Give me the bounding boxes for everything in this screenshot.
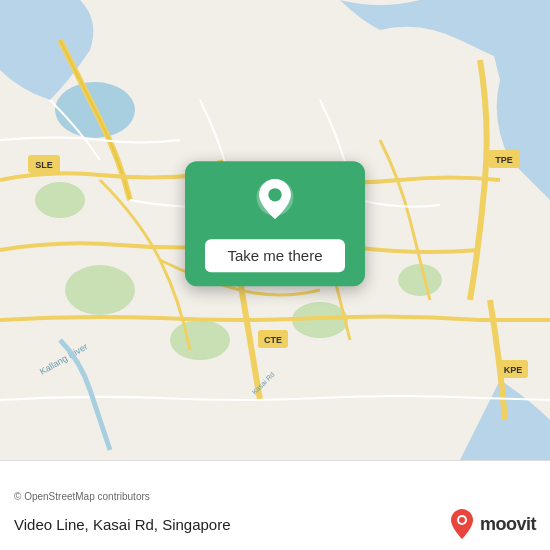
svg-point-20: [268, 188, 281, 201]
bottom-bar: © OpenStreetMap contributors Video Line,…: [0, 460, 550, 550]
location-name: Video Line, Kasai Rd, Singapore: [14, 516, 231, 533]
moovit-logo[interactable]: moovit: [448, 508, 536, 540]
svg-text:SLE: SLE: [35, 160, 53, 170]
svg-text:KPE: KPE: [504, 365, 523, 375]
take-me-there-button[interactable]: Take me there: [205, 239, 345, 272]
svg-point-3: [170, 320, 230, 360]
svg-text:CTE: CTE: [264, 335, 282, 345]
overlay-card[interactable]: Take me there: [185, 161, 365, 286]
moovit-brand-text: moovit: [480, 514, 536, 535]
map-container: SLE TPE CTE CTE KPE Kallang: [0, 0, 550, 460]
moovit-brand-icon: [448, 508, 476, 540]
svg-point-6: [35, 182, 85, 218]
attribution-text: © OpenStreetMap contributors: [14, 491, 536, 502]
location-pin-icon: [249, 177, 301, 229]
svg-point-2: [65, 265, 135, 315]
svg-point-5: [398, 264, 442, 296]
location-row: Video Line, Kasai Rd, Singapore moovit: [14, 508, 536, 540]
svg-text:TPE: TPE: [495, 155, 513, 165]
svg-point-22: [459, 517, 465, 523]
